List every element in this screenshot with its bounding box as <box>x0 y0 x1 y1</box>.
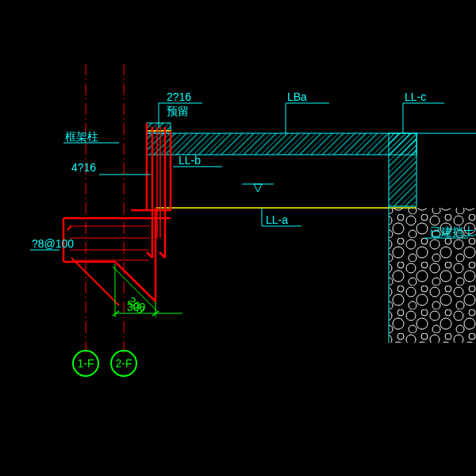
label-rebar-side: 4?16 <box>71 161 96 174</box>
svg-line-18 <box>151 305 157 311</box>
label-retaining-wall: 已建挡土墙 <box>430 225 476 238</box>
label-column: 框架柱 <box>65 130 98 143</box>
dim-text-300: 300 <box>127 301 146 313</box>
svg-line-17 <box>113 267 119 273</box>
label-LLa: LL-a <box>266 213 288 226</box>
footing-stirrups <box>70 226 149 260</box>
svg-marker-7 <box>254 184 262 192</box>
structural-section-drawing: 1-F 2-F <box>0 0 476 476</box>
grid-label-2F: 2-F <box>116 357 132 370</box>
label-LLb: LL-b <box>178 154 201 167</box>
dimension-300: 300 <box>113 264 182 317</box>
bar-hook-1 <box>67 226 71 230</box>
label-rebar-top: 2?16 <box>167 90 191 103</box>
label-LLc: LL-c <box>405 90 426 103</box>
label-LBa: LBa <box>287 90 307 103</box>
bent-bar <box>71 258 119 305</box>
label-rebar-reserve: 预留 <box>167 105 189 117</box>
beam-LLc-section <box>389 133 416 206</box>
slab-LBa <box>147 133 416 155</box>
label-stirrup: ?8@100 <box>32 237 74 250</box>
grid-label-1F: 1-F <box>78 357 94 370</box>
level-marker <box>242 184 274 192</box>
